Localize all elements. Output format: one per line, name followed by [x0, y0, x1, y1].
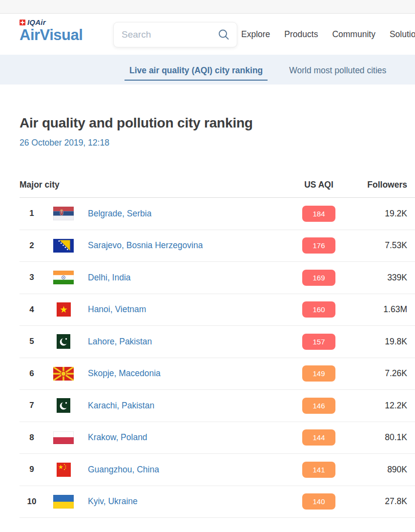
tab-world-most-polluted-cities[interactable]: World most polluted cities — [289, 59, 386, 81]
rank-number: 10 — [20, 497, 44, 507]
logo-brand-text: IQAir — [27, 18, 46, 26]
table-row[interactable]: 8 Krakow, Poland 144 80.1K — [20, 422, 415, 454]
city-link[interactable]: Krakow, Poland — [88, 432, 147, 443]
column-header-major-city: Major city — [20, 180, 294, 190]
nav-item-products[interactable]: Products — [284, 29, 318, 40]
ranking-timestamp: 26 October 2019, 12:18 — [20, 138, 415, 148]
rank-number: 5 — [20, 337, 44, 346]
main-nav: ExploreProductsCommunitySolutions — [241, 14, 415, 55]
aqi-badge: 141 — [302, 462, 335, 478]
aqi-badge: 169 — [302, 270, 335, 286]
followers-count: 12.2K — [385, 401, 407, 410]
table-row[interactable]: 5 Lahore, Pakistan 157 19.8K — [20, 326, 415, 358]
aqi-badge: 184 — [302, 206, 335, 222]
column-header-followers: Followers — [343, 180, 407, 190]
browser-top-strip — [0, 0, 415, 14]
followers-count: 7.26K — [385, 368, 407, 378]
search-input[interactable] — [122, 29, 216, 40]
followers-count: 27.8K — [385, 496, 407, 506]
followers-count: 7.53K — [385, 240, 407, 250]
aqi-badge: 157 — [302, 334, 335, 350]
city-link[interactable]: Belgrade, Serbia — [88, 209, 151, 219]
column-header-us-aqi: US AQI — [294, 180, 343, 190]
search-icon[interactable] — [216, 27, 231, 42]
rank-number: 8 — [20, 433, 44, 443]
rank-number: 2 — [20, 241, 44, 251]
aqi-badge: 144 — [302, 429, 335, 446]
city-ranking-table: Major city US AQI Followers 1 Belgrade, … — [20, 172, 415, 518]
table-header-row: Major city US AQI Followers — [20, 172, 415, 198]
aqi-badge: 140 — [302, 493, 335, 510]
main-content: Air quality and pollution city ranking 2… — [0, 115, 415, 518]
followers-count: 1.63M — [383, 304, 407, 314]
tab-live-aqi-city-ranking[interactable]: Live air quality (AQI) city ranking — [124, 59, 268, 81]
city-link[interactable]: Sarajevo, Bosnia Herzegovina — [88, 240, 203, 251]
nav-item-explore[interactable]: Explore — [241, 29, 270, 40]
nav-item-solutions[interactable]: Solutions — [390, 29, 415, 40]
swiss-flag-icon — [20, 20, 25, 25]
tab-band: Live air quality (AQI) city ranking Worl… — [0, 55, 415, 85]
city-link[interactable]: Guangzhou, China — [88, 465, 159, 475]
followers-count: 19.2K — [385, 209, 407, 218]
nav-item-community[interactable]: Community — [332, 29, 375, 40]
rank-number: 9 — [20, 465, 44, 474]
search-box — [113, 22, 237, 47]
iqair-airvisual-logo[interactable]: IQAir AirVisual — [20, 18, 83, 44]
flag-pakistan-icon — [53, 334, 74, 349]
table-row[interactable]: 6 Skopje, Macedonia 149 7.26K — [20, 358, 415, 390]
table-row[interactable]: 2 Sarajevo, Bosnia Herzegovina 176 7.53K — [20, 230, 415, 262]
rank-number: 3 — [20, 273, 44, 282]
flag-macedonia-icon — [53, 367, 74, 381]
city-link[interactable]: Kyiv, Ukraine — [88, 496, 138, 507]
flag-china-icon — [53, 463, 74, 477]
rank-number: 7 — [20, 401, 44, 410]
table-row[interactable]: 7 Karachi, Pakistan 146 12.2K — [20, 390, 415, 422]
rank-number: 4 — [20, 305, 44, 315]
flag-pakistan-icon — [53, 398, 74, 413]
flag-bosnia-icon — [53, 239, 74, 253]
flag-serbia-icon — [53, 207, 74, 220]
table-row[interactable]: 3 Delhi, India 169 339K — [20, 262, 415, 294]
followers-count: 890K — [387, 465, 407, 474]
table-row[interactable]: 1 Belgrade, Serbia 184 19.2K — [20, 198, 415, 230]
logo-product-text: AirVisual — [20, 26, 83, 44]
aqi-badge: 160 — [302, 301, 335, 318]
aqi-badge: 176 — [302, 237, 335, 254]
aqi-badge: 149 — [302, 365, 335, 382]
city-link[interactable]: Skopje, Macedonia — [88, 368, 161, 379]
flag-poland-icon — [53, 431, 74, 444]
followers-count: 339K — [387, 273, 407, 282]
followers-count: 80.1K — [385, 432, 407, 442]
rank-number: 6 — [20, 369, 44, 379]
city-link[interactable]: Lahore, Pakistan — [88, 337, 152, 347]
table-row[interactable]: 4 Hanoi, Vietnam 160 1.63M — [20, 294, 415, 326]
rank-number: 1 — [20, 209, 44, 218]
city-link[interactable]: Hanoi, Vietnam — [88, 304, 146, 315]
page-title: Air quality and pollution city ranking — [20, 115, 415, 131]
flag-vietnam-icon — [53, 302, 74, 317]
aqi-badge: 146 — [302, 398, 335, 414]
followers-count: 19.8K — [385, 337, 407, 346]
site-header: IQAir AirVisual ExploreProductsCommunity… — [0, 14, 415, 55]
city-link[interactable]: Delhi, India — [88, 273, 131, 283]
flag-india-icon — [53, 271, 74, 284]
table-row[interactable]: 10 Kyiv, Ukraine 140 27.8K — [20, 486, 415, 518]
flag-ukraine-icon — [53, 495, 74, 509]
city-link[interactable]: Karachi, Pakistan — [88, 401, 154, 411]
table-row[interactable]: 9 Guangzhou, China 141 890K — [20, 454, 415, 486]
